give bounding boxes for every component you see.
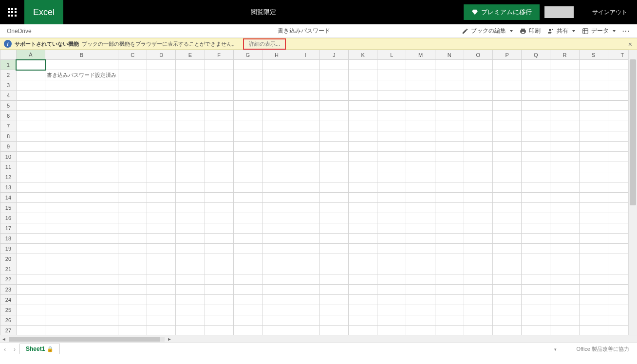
- cell[interactable]: [406, 244, 435, 254]
- cell[interactable]: [233, 213, 262, 223]
- tab-nav-prev[interactable]: ‹: [0, 346, 10, 353]
- column-header[interactable]: O: [464, 50, 492, 60]
- share-menu[interactable]: 共有: [547, 27, 575, 35]
- cell[interactable]: [205, 80, 233, 91]
- cell[interactable]: [493, 213, 522, 223]
- cell[interactable]: [118, 182, 147, 193]
- cell[interactable]: [262, 223, 291, 234]
- cell[interactable]: [435, 274, 464, 285]
- cell[interactable]: [522, 315, 550, 326]
- cell[interactable]: [579, 274, 608, 285]
- cell[interactable]: [522, 101, 550, 111]
- cell[interactable]: [233, 264, 262, 274]
- cell[interactable]: [262, 60, 291, 70]
- row-header[interactable]: 20: [0, 254, 17, 264]
- cell[interactable]: [16, 213, 45, 223]
- column-header[interactable]: F: [205, 50, 233, 60]
- cell[interactable]: [45, 80, 118, 91]
- cell[interactable]: [579, 244, 608, 254]
- cell[interactable]: [45, 285, 118, 295]
- cell[interactable]: [435, 223, 464, 234]
- column-header[interactable]: K: [349, 50, 377, 60]
- cell[interactable]: [522, 131, 550, 142]
- cell[interactable]: [320, 254, 349, 264]
- cell[interactable]: [118, 315, 147, 326]
- cell[interactable]: [16, 254, 45, 264]
- cell[interactable]: [579, 264, 608, 274]
- cell[interactable]: [464, 111, 492, 121]
- cell[interactable]: [493, 172, 522, 182]
- cell[interactable]: [435, 80, 464, 91]
- cell[interactable]: [320, 315, 349, 326]
- cell[interactable]: [464, 295, 492, 305]
- cell[interactable]: [291, 223, 320, 234]
- cell[interactable]: [522, 305, 550, 315]
- cell[interactable]: [233, 326, 262, 335]
- cell[interactable]: [435, 111, 464, 121]
- cell[interactable]: [320, 172, 349, 182]
- cell[interactable]: [349, 223, 377, 234]
- cell[interactable]: [176, 326, 205, 335]
- cell[interactable]: [377, 223, 406, 234]
- cell[interactable]: [435, 182, 464, 193]
- cell[interactable]: [118, 162, 147, 172]
- cell[interactable]: [176, 315, 205, 326]
- cell[interactable]: [291, 111, 320, 121]
- cell[interactable]: [291, 131, 320, 142]
- cell[interactable]: [493, 80, 522, 91]
- cell[interactable]: [349, 91, 377, 101]
- cell[interactable]: [205, 142, 233, 152]
- cell[interactable]: [579, 121, 608, 131]
- cell[interactable]: [118, 60, 147, 70]
- cell[interactable]: [45, 142, 118, 152]
- cell[interactable]: [262, 152, 291, 162]
- cell[interactable]: [435, 91, 464, 101]
- cell[interactable]: [262, 264, 291, 274]
- cell[interactable]: [579, 305, 608, 315]
- cell[interactable]: [118, 203, 147, 213]
- cell[interactable]: [147, 193, 176, 203]
- cell[interactable]: [118, 213, 147, 223]
- cell[interactable]: [147, 326, 176, 335]
- cell[interactable]: [147, 162, 176, 172]
- cell[interactable]: [464, 91, 492, 101]
- row-header[interactable]: 12: [0, 172, 17, 182]
- cell[interactable]: [349, 162, 377, 172]
- scroll-thumb[interactable]: [630, 59, 636, 205]
- cell[interactable]: [262, 172, 291, 182]
- cell[interactable]: [377, 254, 406, 264]
- row-header[interactable]: 25: [0, 305, 17, 315]
- cell[interactable]: [550, 203, 579, 213]
- cell[interactable]: [176, 182, 205, 193]
- cell[interactable]: [16, 142, 45, 152]
- cell[interactable]: [262, 315, 291, 326]
- cell[interactable]: [45, 172, 118, 182]
- cell[interactable]: [579, 131, 608, 142]
- row-header[interactable]: 26: [0, 315, 17, 326]
- cell[interactable]: [522, 172, 550, 182]
- cell[interactable]: [291, 172, 320, 182]
- print-button[interactable]: 印刷: [520, 27, 541, 35]
- cell[interactable]: [435, 172, 464, 182]
- cell[interactable]: [377, 152, 406, 162]
- cell[interactable]: [205, 274, 233, 285]
- cell[interactable]: [406, 131, 435, 142]
- cell[interactable]: [320, 60, 349, 70]
- cell[interactable]: [118, 274, 147, 285]
- cell[interactable]: [406, 234, 435, 244]
- cell[interactable]: [320, 213, 349, 223]
- column-header[interactable]: C: [118, 50, 147, 60]
- cell[interactable]: [435, 152, 464, 162]
- cell[interactable]: [435, 315, 464, 326]
- row-header[interactable]: 24: [0, 295, 17, 305]
- cell[interactable]: [349, 131, 377, 142]
- row-header[interactable]: 22: [0, 274, 17, 285]
- cell[interactable]: [320, 285, 349, 295]
- cell[interactable]: [176, 80, 205, 91]
- cell[interactable]: [205, 70, 233, 80]
- select-all-corner[interactable]: [0, 50, 17, 60]
- cell[interactable]: [406, 121, 435, 131]
- cell[interactable]: [262, 274, 291, 285]
- cell[interactable]: [147, 111, 176, 121]
- cell[interactable]: [493, 91, 522, 101]
